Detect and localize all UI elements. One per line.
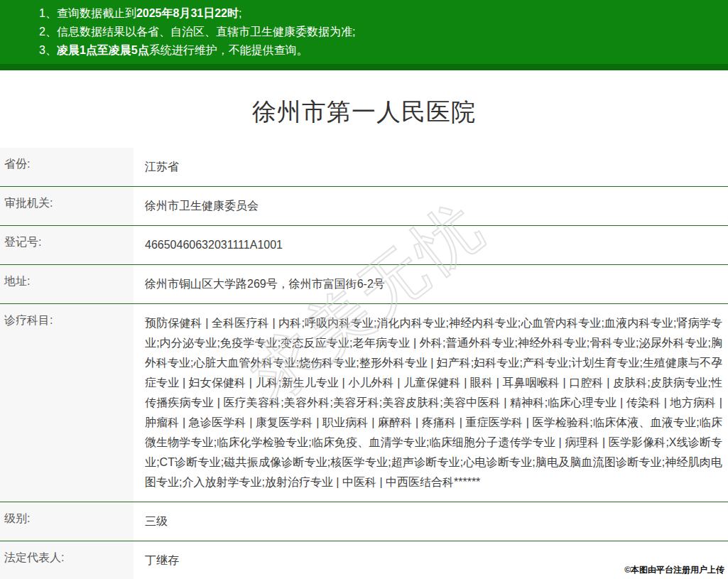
notice-2-text: 信息数据结果以各省、自治区、直辖市卫生健康委数据为准; — [57, 26, 355, 38]
table-row-registration-number: 登记号: 46650460632031111A1001 — [0, 226, 728, 265]
notice-3-bold-text: 凌晨1点至凌晨5点 — [57, 44, 149, 56]
row-value-registration-number: 46650460632031111A1001 — [134, 226, 728, 264]
notice-3-text-post: 系统进行维护，不能提供查询。 — [149, 44, 308, 56]
table-row-approval-authority: 审批机关: 徐州市卫生健康委员会 — [0, 187, 728, 226]
hospital-info-table: 省份: 江苏省 审批机关: 徐州市卫生健康委员会 登记号: 4665046063… — [0, 148, 728, 579]
row-label-province: 省份: — [0, 148, 134, 186]
notice-1-number: 1、 — [39, 7, 57, 19]
notice-2-number: 2、 — [39, 26, 57, 38]
notice-line-1: 1、查询数据截止到2025年8月31日22时; — [0, 4, 728, 23]
row-label-approval-authority: 审批机关: — [0, 187, 134, 225]
row-label-address: 地址: — [0, 265, 134, 303]
notice-banner: 1、查询数据截止到2025年8月31日22时; 2、信息数据结果以各省、自治区、… — [0, 0, 728, 64]
row-value-level: 三级 — [134, 502, 728, 541]
table-row-legal-representative: 法定代表人: 丁继存 — [0, 541, 728, 579]
table-row-level: 级别: 三级 — [0, 502, 728, 541]
row-label-medical-subjects: 诊疗科目: — [0, 304, 134, 502]
table-row-province: 省份: 江苏省 — [0, 148, 728, 187]
notice-line-3: 3、凌晨1点至凌晨5点系统进行维护，不能提供查询。 — [0, 41, 728, 60]
table-row-address: 地址: 徐州市铜山区大学路269号，徐州市富国街6-2号 — [0, 265, 728, 304]
notice-1-text: 查询数据截止到 — [57, 7, 136, 19]
row-value-approval-authority: 徐州市卫生健康委员会 — [134, 187, 728, 225]
notice-1-bold-text: 2025年8月31日22时 — [136, 7, 239, 19]
row-label-registration-number: 登记号: — [0, 226, 134, 264]
page-title: 徐州市第一人民医院 — [0, 96, 728, 129]
banner-bottom-strip — [0, 64, 728, 70]
notice-3-number: 3、 — [39, 44, 57, 56]
row-label-legal-representative: 法定代表人: — [0, 541, 134, 579]
row-value-province: 江苏省 — [134, 148, 728, 186]
row-value-medical-subjects: 预防保健科 | 全科医疗科 | 内科;呼吸内科专业;消化内科专业;神经内科专业;… — [134, 304, 728, 502]
notice-1-text-post: ; — [239, 7, 241, 19]
copyright-note: ©本图由平台注册用户上传 — [624, 564, 724, 576]
table-row-medical-subjects: 诊疗科目: 预防保健科 | 全科医疗科 | 内科;呼吸内科专业;消化内科专业;神… — [0, 304, 728, 502]
row-value-address: 徐州市铜山区大学路269号，徐州市富国街6-2号 — [134, 265, 728, 303]
row-label-level: 级别: — [0, 502, 134, 541]
notice-line-2: 2、信息数据结果以各省、自治区、直辖市卫生健康委数据为准; — [0, 23, 728, 41]
